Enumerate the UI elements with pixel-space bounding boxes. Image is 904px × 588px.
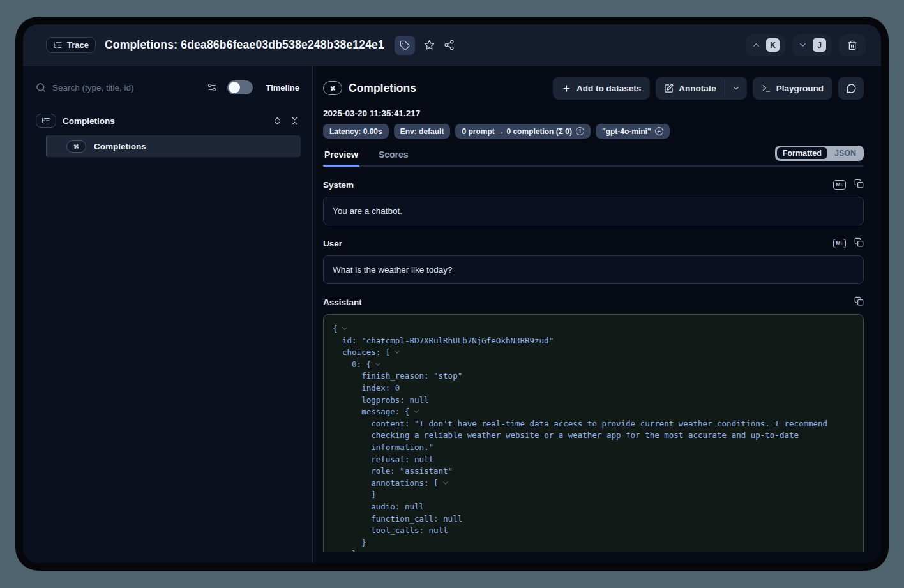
json-line-text: } [352, 549, 357, 552]
message-head: UserM↓ [323, 237, 864, 250]
bookmark-star-button[interactable] [424, 40, 435, 50]
json-line-text: id: "chatcmpl-BD7XRulRhULb7NjGfeOkhN3BB9… [342, 336, 554, 345]
metrics-badges-row: Latency: 0.00sEnv: default0 prompt → 0 c… [323, 124, 864, 139]
search-row: Timeline [23, 78, 312, 97]
message-section-user: UserM↓What is the weather like today? [323, 237, 864, 284]
plus-circle-icon[interactable]: + [655, 127, 663, 135]
keyboard-shortcut-j: J [813, 38, 826, 52]
format-option-json[interactable]: JSON [829, 147, 862, 159]
playground-button[interactable]: Playground [753, 77, 832, 100]
json-line: choices: [ [333, 347, 854, 359]
search-icon [36, 82, 46, 93]
json-line: refusal: null [333, 454, 854, 466]
add-to-datasets-label: Add to datasets [576, 84, 641, 93]
trace-tree-sidebar: Timeline Completions [23, 66, 313, 563]
tag-button[interactable] [395, 36, 415, 55]
metric-badge-label: Latency: 0.00s [329, 127, 382, 136]
message-sections: SystemM↓You are a chatbot.UserM↓What is … [323, 167, 864, 552]
timeline-toggle[interactable] [227, 80, 253, 94]
fold-chevron-icon[interactable] [375, 360, 380, 365]
tree-root-item[interactable]: Completions [23, 114, 312, 128]
fold-chevron-icon[interactable] [342, 324, 347, 329]
share-button[interactable] [444, 40, 455, 50]
markdown-toggle-icon[interactable]: M↓ [833, 180, 846, 190]
comments-button[interactable] [838, 77, 864, 100]
info-icon[interactable]: i [576, 127, 584, 135]
previous-trace-button[interactable]: K [746, 34, 785, 56]
trace-badge-label: Trace [67, 40, 89, 50]
metric-badge: 0 prompt → 0 completion (Σ 0)i [455, 124, 591, 139]
json-line-text: role: "assistant" [371, 466, 453, 476]
json-line-text: 0: { [352, 359, 371, 369]
json-line-text: logprobs: null [361, 395, 428, 405]
tree-controls [273, 116, 299, 126]
message-head: Assistant [323, 296, 864, 308]
trace-node-badge [36, 114, 56, 128]
observation-timestamp: 2025-03-20 11:35:41.217 [323, 109, 864, 118]
plus-icon [562, 84, 571, 93]
metric-badge: "gpt-4o-mini"+ [596, 124, 670, 139]
copy-icon[interactable] [854, 179, 864, 191]
chevron-down-icon [798, 40, 808, 50]
trace-type-badge: Trace [46, 37, 96, 53]
message-content-box: What is the weather like today? [323, 255, 864, 284]
annotate-button[interactable]: Annotate [656, 77, 725, 100]
message-section-system: SystemM↓You are a chatbot. [323, 179, 864, 225]
tabs: PreviewScores [323, 147, 410, 165]
metric-badge-label: Env: default [400, 127, 444, 136]
json-line-text: index: 0 [361, 383, 400, 393]
sliders-icon [207, 82, 217, 93]
json-line: message: { [333, 406, 854, 418]
timeline-label: Timeline [266, 83, 299, 93]
generation-node-badge [66, 140, 86, 153]
message-head-icons [854, 296, 864, 308]
json-line-text: audio: null [371, 502, 424, 511]
collapse-all-button[interactable] [290, 116, 299, 126]
json-line: } [333, 537, 854, 549]
expand-all-button[interactable] [273, 116, 282, 126]
json-line: logprobs: null [333, 395, 854, 407]
json-line: id: "chatcmpl-BD7XRulRhULb7NjGfeOkhN3BB9… [333, 335, 854, 347]
page-title: Completions: 6dea86b6feae03db538e248b38e… [105, 38, 384, 52]
observation-header: Completions Add to datasets Annotate [323, 77, 864, 100]
tree-generation-item-selected[interactable]: Completions [46, 135, 301, 157]
share-icon [444, 40, 455, 50]
json-line: tool_calls: null [333, 525, 854, 537]
observation-title: Completions [349, 82, 416, 95]
comment-bubble-icon [846, 83, 857, 94]
tab-preview[interactable]: Preview [323, 147, 359, 165]
delete-trace-button[interactable] [839, 34, 866, 56]
fold-chevron-icon[interactable] [442, 479, 448, 484]
message-role-label: System [323, 180, 354, 190]
next-trace-button[interactable]: J [792, 34, 832, 56]
json-line-text: choices: [ [342, 347, 390, 357]
tabs-row: PreviewScores FormattedJSON [323, 147, 864, 167]
json-line-text: tool_calls: null [371, 525, 448, 535]
search-input[interactable] [52, 83, 200, 93]
fold-chevron-icon[interactable] [414, 407, 419, 412]
json-line: content: "I don't have real-time data ac… [333, 418, 854, 454]
metric-badge: Latency: 0.00s [323, 124, 389, 139]
chevrons-up-down-icon [273, 116, 282, 126]
markdown-toggle-icon[interactable]: M↓ [833, 239, 846, 248]
json-line: index: 0 [333, 382, 854, 395]
assistant-json-box: {id: "chatcmpl-BD7XRulRhULb7NjGfeOkhN3BB… [323, 314, 864, 552]
toggle-knob [229, 82, 240, 93]
chevron-up-icon [751, 40, 761, 50]
copy-icon[interactable] [854, 296, 864, 308]
fold-chevron-icon[interactable] [395, 349, 400, 354]
app-window: Trace Completions: 6dea86b6feae03db538e2… [23, 24, 881, 563]
json-line: } [333, 548, 854, 552]
format-toggle: FormattedJSON [775, 146, 864, 161]
add-to-datasets-button[interactable]: Add to datasets [553, 77, 650, 100]
message-head: SystemM↓ [323, 179, 864, 191]
annotate-dropdown-button[interactable] [725, 77, 747, 100]
json-line: function_call: null [333, 513, 854, 525]
format-option-formatted[interactable]: Formatted [777, 147, 827, 159]
json-line-text: ] [371, 490, 376, 499]
tab-scores[interactable]: Scores [377, 147, 410, 165]
list-tree-icon [41, 116, 50, 125]
observation-actions: Add to datasets Annotate [553, 77, 864, 100]
copy-icon[interactable] [854, 237, 864, 250]
view-settings-button[interactable] [207, 82, 217, 93]
